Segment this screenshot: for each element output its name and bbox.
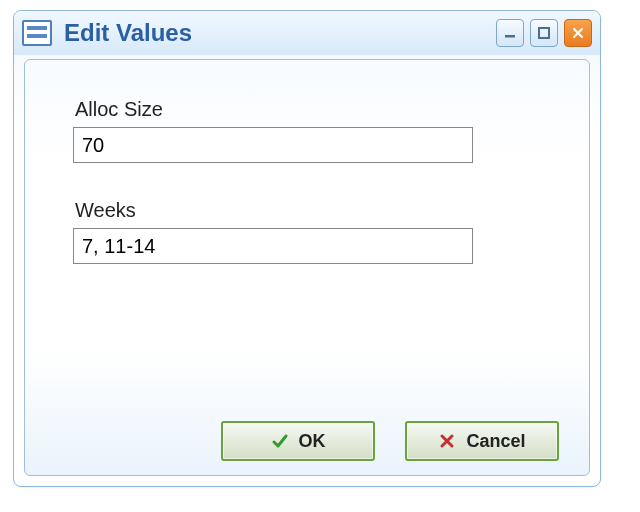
ok-button[interactable]: OK bbox=[221, 421, 375, 461]
cross-icon bbox=[438, 432, 456, 450]
svg-rect-1 bbox=[539, 28, 549, 38]
dialog-title: Edit Values bbox=[64, 19, 484, 47]
minimize-icon bbox=[503, 26, 517, 40]
weeks-input[interactable] bbox=[73, 228, 473, 264]
weeks-label: Weeks bbox=[75, 199, 541, 222]
checkmark-icon bbox=[271, 432, 289, 450]
cancel-button-label: Cancel bbox=[466, 431, 525, 452]
window-controls bbox=[496, 19, 592, 47]
ok-button-label: OK bbox=[299, 431, 326, 452]
alloc-size-label: Alloc Size bbox=[75, 98, 541, 121]
weeks-group: Weeks bbox=[73, 199, 541, 264]
maximize-icon bbox=[537, 26, 551, 40]
form-icon bbox=[22, 20, 52, 46]
svg-rect-0 bbox=[505, 35, 515, 38]
minimize-button[interactable] bbox=[496, 19, 524, 47]
maximize-button[interactable] bbox=[530, 19, 558, 47]
close-button[interactable] bbox=[564, 19, 592, 47]
cancel-button[interactable]: Cancel bbox=[405, 421, 559, 461]
alloc-size-group: Alloc Size bbox=[73, 98, 541, 163]
alloc-size-input[interactable] bbox=[73, 127, 473, 163]
button-bar: OK Cancel bbox=[221, 421, 559, 461]
dialog-body: Alloc Size Weeks OK bbox=[24, 59, 590, 476]
edit-values-dialog: Edit Values Alloc Size bbox=[13, 10, 601, 487]
title-bar: Edit Values bbox=[14, 11, 600, 55]
close-icon bbox=[571, 26, 585, 40]
